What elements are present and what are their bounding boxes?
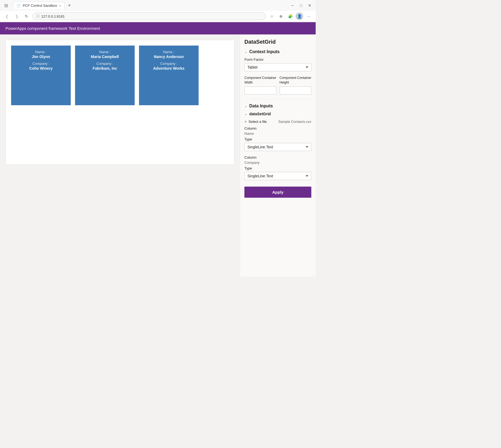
nav-bar: ❮ ❯ ↻ ⓘ 127.0.0.1:8181 ☆ ⊕ 🧩 👤 ··· [0, 11, 316, 22]
card-3-name-label: Name : [163, 50, 174, 54]
apply-button[interactable]: Apply [244, 187, 311, 198]
card-2[interactable]: Name : Maria Campbell Company : Fabrikam… [75, 46, 135, 105]
card-3-company-label: Company : [160, 62, 177, 66]
forward-icon: ❯ [15, 14, 18, 18]
column-2-value: Company [244, 161, 311, 165]
form-factor-label: Form Factor [244, 57, 311, 62]
tab-bar: 📄 PCF Control Sandbox × + [11, 2, 75, 9]
info-icon: ⓘ [36, 14, 40, 19]
back-icon: ❮ [5, 14, 9, 18]
column-1-row: Column [244, 126, 311, 130]
card-1-company-label: Company : [33, 62, 50, 66]
extensions-btn[interactable]: 🧩 [286, 12, 294, 20]
titlebar: ⊟ 📄 PCF Control Sandbox × + ─ □ ✕ [0, 0, 316, 11]
card-3[interactable]: Name : Nancy Anderson Company : Adventur… [139, 46, 199, 105]
forward-btn[interactable]: ❯ [13, 12, 21, 20]
sidebar-icon: ⊟ [4, 3, 8, 8]
browser-chrome: ⊟ 📄 PCF Control Sandbox × + ─ □ ✕ ❮ ❯ ↻ … [0, 0, 316, 22]
column-2-row: Column [244, 155, 311, 159]
column-1-type-select[interactable]: SingleLine.Text Whole.None DateAndTime.D… [244, 143, 311, 151]
card-1-company-value: Coho Winery [29, 66, 53, 71]
card-1-name-value: Jim Glynn [32, 55, 50, 59]
container-height-group: Component Container Height [280, 76, 312, 95]
nav-actions: ☆ ⊕ 🧩 👤 ··· [268, 12, 312, 20]
component-area: Name : Jim Glynn Company : Coho Winery N… [5, 40, 234, 165]
container-width-input[interactable] [244, 87, 276, 95]
section-divider [244, 99, 311, 99]
form-factor-field: Form Factor Phone Tablet Desktop [244, 57, 311, 71]
dataset-grid-subsection-header[interactable]: ⌄ dataSetGrid [244, 112, 311, 116]
container-height-label: Component Container Height [280, 76, 312, 85]
card-2-company-label: Company : [96, 62, 114, 66]
minimize-btn[interactable]: ─ [289, 2, 296, 9]
tab-label: PCF Control Sandbox [23, 4, 57, 8]
column-1-label: Column [244, 126, 257, 130]
card-2-name-value: Maria Campbell [91, 55, 119, 59]
column-1-type-label: Type [244, 137, 311, 141]
left-panel: Name : Jim Glynn Company : Coho Winery N… [0, 34, 240, 277]
context-inputs-chevron-icon: ⌄ [244, 50, 247, 54]
column-1-value: Name [244, 132, 311, 136]
app-header-title: PowerApps component framework Test Envir… [5, 26, 100, 31]
container-width-label: Component Container Width [244, 76, 276, 85]
column-2-group: Column Company Type SingleLine.Text Whol… [244, 155, 311, 180]
maximize-btn[interactable]: □ [297, 2, 305, 9]
container-width-group: Component Container Width [244, 76, 276, 95]
tab-page-icon: 📄 [17, 4, 21, 8]
collections-btn[interactable]: ⊕ [277, 12, 285, 20]
active-tab[interactable]: 📄 PCF Control Sandbox × [13, 2, 64, 9]
new-tab-btn[interactable]: + [66, 2, 73, 9]
back-btn[interactable]: ❮ [3, 12, 11, 20]
tab-close-btn[interactable]: × [59, 4, 61, 7]
context-inputs-title: Context Inputs [249, 49, 280, 54]
column-1-group: Column Name Type SingleLine.Text Whole.N… [244, 126, 311, 151]
card-3-company-value: Adventure Works [153, 66, 185, 71]
column-2-type-label: Type [244, 166, 311, 170]
dataset-grid-chevron-icon: ⌄ [244, 112, 247, 116]
data-inputs-section-header[interactable]: ⌄ Data Inputs [244, 104, 311, 108]
close-btn[interactable]: ✕ [306, 2, 313, 9]
settings-more-btn[interactable]: ··· [305, 12, 312, 20]
column-2-type-select[interactable]: SingleLine.Text Whole.None DateAndTime.D… [244, 172, 311, 180]
dataset-grid-subsection-title: dataSetGrid [249, 112, 271, 116]
context-inputs-section-header[interactable]: ⌄ Context Inputs [244, 49, 311, 54]
app-header: PowerApps component framework Test Envir… [0, 22, 316, 34]
right-panel: DataSetGrid ⌄ Context Inputs Form Factor… [240, 34, 316, 277]
card-2-company-value: Fabrikam, Inc [93, 66, 117, 71]
profile-btn[interactable]: 👤 [296, 12, 303, 20]
card-2-name-label: Name : [99, 50, 111, 54]
card-3-name-value: Nancy Anderson [154, 55, 184, 59]
column-2-label: Column [244, 155, 257, 159]
data-inputs-title: Data Inputs [249, 104, 273, 108]
data-inputs-section: ⌄ Data Inputs ⌄ dataSetGrid + Select a f… [244, 104, 311, 180]
refresh-icon: ↻ [25, 14, 28, 18]
container-height-input[interactable] [280, 87, 312, 95]
panel-title: DataSetGrid [244, 39, 311, 45]
container-inputs-row: Component Container Width Component Cont… [244, 76, 311, 95]
address-bar[interactable]: ⓘ 127.0.0.1:8181 [33, 12, 266, 20]
card-1[interactable]: Name : Jim Glynn Company : Coho Winery [11, 46, 71, 105]
form-factor-select[interactable]: Phone Tablet Desktop [244, 63, 311, 71]
refresh-btn[interactable]: ↻ [23, 12, 30, 20]
favorites-star-btn[interactable]: ☆ [268, 12, 276, 20]
add-file-text: Select a file [248, 120, 267, 124]
cards-container: Name : Jim Glynn Company : Coho Winery N… [11, 46, 229, 105]
data-inputs-chevron-icon: ⌄ [244, 104, 247, 108]
file-name-text: Sample Contacts.csv [278, 120, 311, 124]
sidebar-toggle-btn[interactable]: ⊟ [2, 2, 10, 9]
card-1-name-label: Name : [35, 50, 47, 54]
address-text: 127.0.0.1:8181 [41, 14, 65, 18]
main-layout: Name : Jim Glynn Company : Coho Winery N… [0, 34, 316, 277]
add-icon: + [244, 119, 247, 124]
add-file-row[interactable]: + Select a file Sample Contacts.csv [244, 119, 311, 124]
